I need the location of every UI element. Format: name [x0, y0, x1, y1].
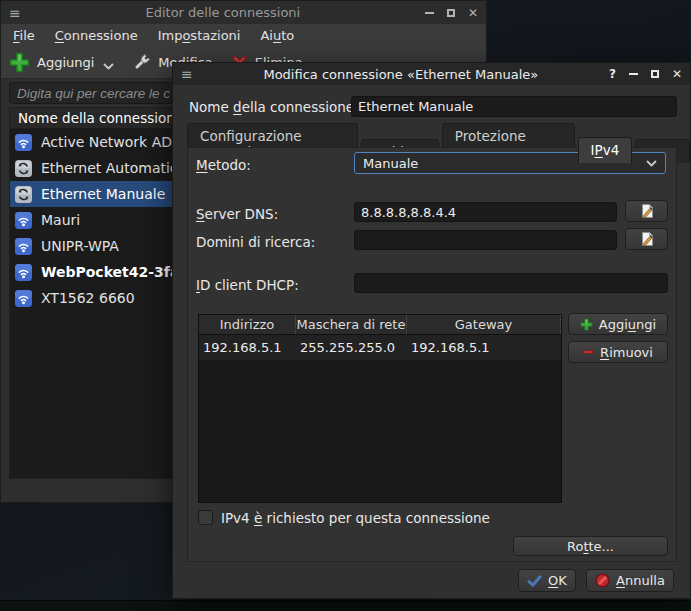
add-plus-icon — [9, 52, 30, 73]
window-menu-icon[interactable]: ≡ — [9, 6, 21, 20]
ok-label: OK — [548, 573, 567, 588]
window-menu-icon[interactable]: ≡ — [181, 67, 193, 81]
remove-address-label: Rimuovi — [600, 345, 653, 360]
dns-input[interactable]: 8.8.8.8,8.8.4.4 — [354, 202, 617, 222]
ipv4-settings-panel: Metodo: Manuale Server DNS: 8.8.8.8,8.8.… — [187, 147, 677, 562]
remove-address-button[interactable]: Rimuovi — [568, 341, 668, 363]
menu-help[interactable]: Aiuto — [250, 26, 304, 45]
ipv4-required-label[interactable]: IPv4 è richiesto per questa connessione — [221, 510, 490, 526]
cell-address[interactable]: 192.168.5.1 — [199, 335, 296, 360]
connection-name-input[interactable]: Ethernet Manuale — [351, 96, 677, 117]
ethernet-icon — [15, 160, 32, 177]
cell-gateway[interactable]: 192.168.5.1 — [407, 335, 561, 360]
no-entry-icon — [595, 573, 610, 588]
minimize-icon[interactable] — [629, 73, 638, 75]
table-row[interactable]: 192.168.5.1 255.255.255.0 192.168.5.1 — [199, 335, 561, 360]
toolbar-add-label: Aggiungi — [37, 55, 94, 70]
editor-window-title: Editor delle connessioni — [29, 5, 417, 20]
addresses-table-header: Indirizzo Maschera di rete Gateway — [199, 315, 561, 335]
wifi-icon — [15, 212, 32, 229]
editor-titlebar[interactable]: ≡ Editor delle connessioni ✕ — [1, 1, 486, 24]
col-header-gateway[interactable]: Gateway — [407, 315, 561, 334]
connection-name: XT1562 6660 — [41, 290, 135, 306]
maximize-icon[interactable] — [651, 70, 659, 78]
ethernet-icon — [15, 186, 32, 203]
close-icon[interactable]: ✕ — [468, 7, 478, 19]
wifi-icon — [15, 238, 32, 255]
col-header-address[interactable]: Indirizzo — [199, 315, 296, 334]
pencil-icon — [639, 203, 655, 219]
dhcp-client-id-input[interactable] — [354, 273, 668, 293]
cancel-button[interactable]: Annulla — [586, 569, 674, 592]
col-header-netmask[interactable]: Maschera di rete — [296, 315, 407, 334]
dhcp-client-id-label: ID client DHCP: — [196, 277, 299, 293]
check-icon — [527, 574, 542, 588]
add-address-label: Aggiungi — [599, 317, 656, 332]
chevron-down-icon[interactable] — [103, 63, 114, 70]
minus-icon — [583, 350, 594, 354]
plus-icon — [580, 318, 593, 331]
method-label: Metodo: — [196, 157, 251, 173]
connection-name: Active Network ADSL — [41, 134, 189, 150]
screen-bottom-edge — [0, 600, 691, 611]
routes-label: Rotte... — [567, 539, 614, 554]
wrench-icon — [132, 53, 151, 72]
chevron-down-icon — [646, 160, 657, 167]
dialog-title: Modifica connessione «Ethernet Manuale» — [201, 67, 601, 82]
connection-name: UNIPR-WPA — [41, 238, 119, 254]
minimize-icon[interactable] — [425, 12, 434, 14]
connection-name: Ethernet Automatica — [41, 160, 186, 176]
connection-name: WebPocket42-3fa6 — [41, 264, 189, 280]
dialog-titlebar[interactable]: ≡ Modifica connessione «Ethernet Manuale… — [173, 63, 690, 85]
routes-button[interactable]: Rotte... — [513, 536, 668, 556]
method-value: Manuale — [363, 156, 418, 171]
ok-button[interactable]: OK — [518, 569, 576, 592]
help-icon[interactable]: ? — [609, 67, 616, 81]
menubar: File Connessione Impostazioni Aiuto — [1, 24, 486, 46]
addresses-table[interactable]: Indirizzo Maschera di rete Gateway 192.1… — [198, 314, 562, 503]
dns-edit-button[interactable] — [625, 200, 668, 222]
pencil-icon — [639, 231, 655, 247]
wifi-icon — [15, 134, 32, 151]
menu-connection[interactable]: Connessione — [45, 26, 148, 45]
ipv4-required-checkbox[interactable] — [198, 510, 213, 525]
add-address-button[interactable]: Aggiungi — [568, 313, 668, 335]
search-domains-input[interactable] — [354, 230, 617, 250]
connection-name: Mauri — [41, 212, 80, 228]
dns-label: Server DNS: — [196, 206, 278, 222]
maximize-icon[interactable] — [447, 9, 455, 17]
cell-netmask[interactable]: 255.255.255.0 — [296, 335, 407, 360]
close-icon[interactable]: ✕ — [672, 68, 682, 80]
connection-name: Ethernet Manuale — [41, 186, 165, 202]
menu-settings[interactable]: Impostazioni — [148, 26, 251, 45]
search-domains-edit-button[interactable] — [625, 228, 668, 250]
edit-connection-dialog: ≡ Modifica connessione «Ethernet Manuale… — [172, 62, 691, 599]
search-domains-label: Domini di ricerca: — [196, 234, 315, 250]
screen: ≡ Editor delle connessioni ✕ File Connes… — [0, 0, 691, 611]
wifi-icon — [15, 290, 32, 307]
cancel-label: Annulla — [616, 573, 665, 588]
wifi-icon — [15, 264, 32, 281]
menu-file[interactable]: File — [3, 26, 45, 45]
tab-ipv4[interactable]: IPv4 — [578, 137, 633, 163]
toolbar-add-button[interactable]: Aggiungi — [9, 52, 114, 73]
connection-name-label: Nome della connessione: — [189, 99, 359, 115]
